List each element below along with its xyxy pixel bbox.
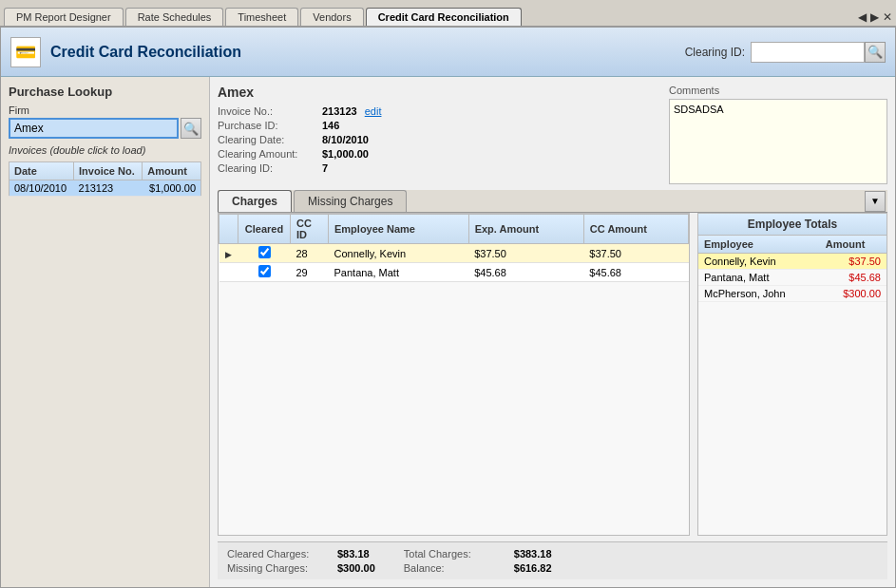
balance-value: $616.82 xyxy=(514,562,552,574)
col-exp-amount: Exp. Amount xyxy=(468,215,583,244)
clearing-id-label: Clearing ID: xyxy=(685,46,745,59)
invoice-table: Date Invoice No. Amount 08/10/2010 21312… xyxy=(9,161,201,197)
cleared-charges-row: Cleared Charges: $83.18 xyxy=(227,548,375,560)
cleared-charges-label: Cleared Charges: xyxy=(227,548,332,560)
amex-edit-link[interactable]: edit xyxy=(365,105,382,117)
close-icon[interactable]: ✕ xyxy=(883,10,892,24)
balance-label: Balance: xyxy=(404,562,508,574)
tab-vendors[interactable]: Vendors xyxy=(300,8,363,26)
emp-amount-2: $45.68 xyxy=(820,270,886,286)
arrow-right-icon[interactable]: ▶ xyxy=(870,10,879,24)
amex-clearing-amount-row: Clearing Amount: $1,000.00 xyxy=(218,148,659,160)
summary-left: Cleared Charges: $83.18 Missing Charges:… xyxy=(227,548,375,574)
charge-row[interactable]: ▶ 28 Connelly, Kevin $37.50 $37.50 xyxy=(219,244,689,263)
charge-cc-id-2: 29 xyxy=(291,263,329,282)
col-cc-amount: CC Amount xyxy=(583,215,688,244)
firm-label: Firm xyxy=(9,104,201,116)
tab-controls[interactable]: ◀ ▶ ✕ xyxy=(858,10,892,26)
tab-credit-card-reconciliation[interactable]: Credit Card Reconciliation xyxy=(366,8,522,26)
charge-cc-amount-1: $37.50 xyxy=(583,244,688,263)
content-area: Purchase Lookup Firm 🔍 Invoices (double … xyxy=(1,77,895,587)
total-charges-row: Total Charges: $383.18 xyxy=(404,548,552,560)
tab-pm-report-designer[interactable]: PM Report Designer xyxy=(4,8,124,26)
page-title: Credit Card Reconciliation xyxy=(50,44,685,61)
charge-exp-amount-1: $37.50 xyxy=(468,244,583,263)
amex-title: Amex xyxy=(218,85,659,100)
footer-summary: Cleared Charges: $83.18 Missing Charges:… xyxy=(218,541,887,579)
amex-clearing-date-key: Clearing Date: xyxy=(218,134,322,145)
charges-table: Cleared CC ID Employee Name Exp. Amount … xyxy=(219,214,689,282)
invoice-col-date: Date xyxy=(10,162,74,180)
invoice-col-invoice-no: Invoice No. xyxy=(74,162,143,180)
amex-clearing-id-val: 7 xyxy=(322,162,328,174)
amex-purchase-row: Purchase ID: 146 xyxy=(218,120,659,131)
summary-right: Total Charges: $383.18 Balance: $616.82 xyxy=(404,548,552,574)
charge-cleared-2[interactable] xyxy=(238,263,291,282)
emp-name-3: McPherson, John xyxy=(698,286,820,302)
cleared-checkbox-2[interactable] xyxy=(258,265,271,277)
header: 💳 Credit Card Reconciliation Clearing ID… xyxy=(1,28,895,77)
emp-name-2: Pantana, Matt xyxy=(698,270,820,286)
charge-employee-2: Pantana, Matt xyxy=(329,263,469,282)
clearing-id-search-button[interactable]: 🔍 xyxy=(865,42,886,63)
employee-totals-table: Employee Amount Connelly, Kevin $37.50 xyxy=(698,236,886,302)
comments-textarea[interactable]: SDSADSA xyxy=(669,99,887,184)
tab-timesheet[interactable]: Timesheet xyxy=(225,8,298,26)
tab-charges[interactable]: Charges xyxy=(218,190,292,212)
amex-invoice-row: Invoice No.: 213123 edit xyxy=(218,105,659,117)
balance-row: Balance: $616.82 xyxy=(404,562,552,574)
missing-charges-value: $300.00 xyxy=(337,562,375,574)
charge-cleared-1[interactable] xyxy=(238,244,291,263)
firm-lookup-button[interactable]: 🔍 xyxy=(181,118,201,139)
app-icon: 💳 xyxy=(10,37,41,67)
charge-cc-amount-2: $45.68 xyxy=(583,263,688,282)
amex-clearing-amount-key: Clearing Amount: xyxy=(218,148,322,160)
charge-exp-amount-2: $45.68 xyxy=(468,263,583,282)
amex-clearing-id-row: Clearing ID: 7 xyxy=(218,162,659,174)
col-cleared: Cleared xyxy=(238,215,291,244)
amex-clearing-id-key: Clearing ID: xyxy=(218,162,322,174)
amex-purchase-key: Purchase ID: xyxy=(218,120,322,131)
amex-clearing-amount-val: $1,000.00 xyxy=(322,148,369,160)
amex-purchase-val: 146 xyxy=(322,120,339,131)
charges-dropdown-button[interactable]: ▼ xyxy=(865,191,886,212)
amex-clearing-date-val: 8/10/2010 xyxy=(322,134,369,145)
missing-charges-row: Missing Charges: $300.00 xyxy=(227,562,375,574)
left-panel: Purchase Lookup Firm 🔍 Invoices (double … xyxy=(1,77,210,587)
missing-charges-label: Missing Charges: xyxy=(227,562,332,574)
charge-row[interactable]: 29 Pantana, Matt $45.68 $45.68 xyxy=(219,263,689,282)
right-panel: Amex Invoice No.: 213123 edit Purchase I… xyxy=(210,77,895,587)
firm-input-row: 🔍 xyxy=(9,118,201,139)
employee-totals-title: Employee Totals xyxy=(698,214,886,236)
arrow-left-icon[interactable]: ◀ xyxy=(858,10,867,24)
charge-employee-1: Connelly, Kevin xyxy=(329,244,469,263)
firm-input[interactable] xyxy=(9,118,179,139)
tab-rate-schedules[interactable]: Rate Schedules xyxy=(125,8,224,26)
cleared-checkbox-1[interactable] xyxy=(258,246,271,258)
invoice-date: 08/10/2010 xyxy=(10,180,74,197)
invoice-no: 213123 xyxy=(74,180,143,197)
comments-section: Comments SDSADSA xyxy=(669,85,887,184)
clearing-id-input[interactable] xyxy=(751,42,865,63)
emp-col-employee: Employee xyxy=(698,236,820,254)
charge-cc-id-1: 28 xyxy=(291,244,329,263)
cleared-charges-value: $83.18 xyxy=(337,548,370,560)
middle-content: Cleared CC ID Employee Name Exp. Amount … xyxy=(218,213,887,536)
col-cc-id: CC ID xyxy=(291,215,329,244)
col-employee-name: Employee Name xyxy=(329,215,469,244)
total-charges-label: Total Charges: xyxy=(404,548,508,560)
emp-amount-1: $37.50 xyxy=(820,254,886,270)
emp-total-row[interactable]: Connelly, Kevin $37.50 xyxy=(698,254,886,270)
purchase-lookup-title: Purchase Lookup xyxy=(9,85,201,99)
emp-total-row[interactable]: McPherson, John $300.00 xyxy=(698,286,886,302)
emp-total-row[interactable]: Pantana, Matt $45.68 xyxy=(698,270,886,286)
invoice-col-amount: Amount xyxy=(143,162,201,180)
emp-amount-3: $300.00 xyxy=(820,286,886,302)
employee-totals-panel: Employee Totals Employee Amount Conne xyxy=(697,213,887,536)
tab-missing-charges[interactable]: Missing Charges xyxy=(294,190,407,212)
amex-details: Amex Invoice No.: 213123 edit Purchase I… xyxy=(218,85,659,184)
amex-clearing-date-row: Clearing Date: 8/10/2010 xyxy=(218,134,659,145)
invoice-row[interactable]: 08/10/2010 213123 $1,000.00 xyxy=(10,180,201,197)
amex-invoice-val: 213123 xyxy=(322,105,357,117)
invoices-label: Invoices (double click to load) xyxy=(9,144,201,156)
